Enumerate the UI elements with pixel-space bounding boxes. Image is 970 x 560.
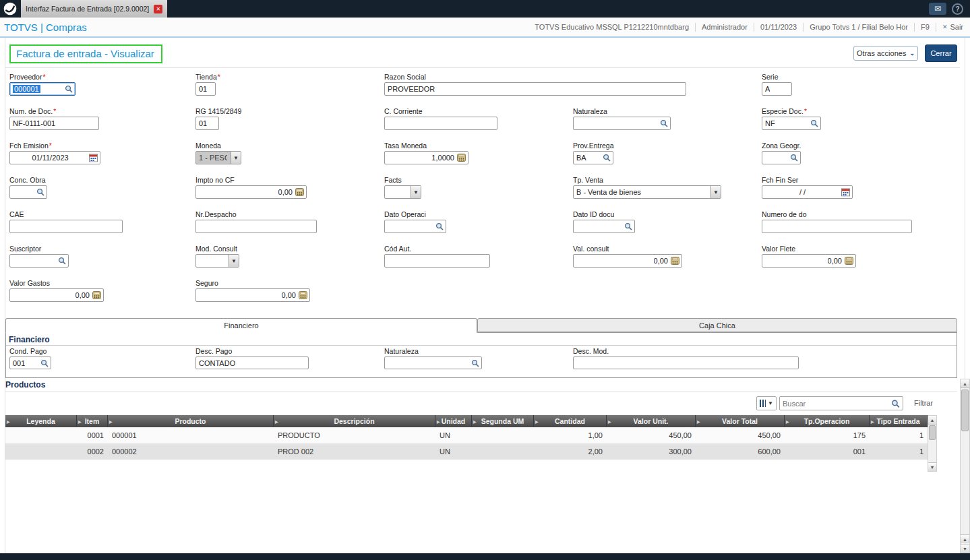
search-icon[interactable]	[810, 119, 818, 127]
serie-input[interactable]: A	[762, 82, 792, 96]
moneda-select[interactable]: 1 - PESC ▼	[195, 151, 241, 164]
tp-venta-select[interactable]: B - Venta de bienes ▼	[573, 185, 721, 199]
nr-despacho-input[interactable]	[195, 220, 317, 233]
search-icon[interactable]	[790, 154, 798, 162]
search-icon[interactable]	[36, 188, 44, 196]
numero-de-do-input[interactable]	[762, 220, 912, 233]
search-icon[interactable]	[435, 222, 444, 230]
fch-emision-input[interactable]: 01/11/2023	[9, 151, 100, 164]
table-row[interactable]: 0002 000002 PROD 002 UN 2,00 300,00 600,…	[5, 443, 928, 460]
exit-button[interactable]: Sair	[950, 23, 963, 31]
seguro-input[interactable]: 0,00	[195, 288, 310, 302]
tienda-input[interactable]: 01	[195, 82, 216, 96]
suscriptor-input[interactable]	[9, 254, 69, 268]
prov-entrega-input[interactable]: BA	[573, 151, 613, 164]
column-header-item[interactable]: ▶Item	[77, 415, 108, 427]
column-header-descripcion[interactable]: ▶Descripción	[274, 415, 435, 427]
calculator-icon[interactable]	[671, 257, 679, 265]
page-vertical-scrollbar[interactable]: ▲ ▲ ▼	[960, 379, 970, 553]
tab-close-icon[interactable]: ✕	[154, 5, 162, 13]
dropdown-arrow-icon[interactable]: ▼	[710, 186, 721, 198]
scrollbar-thumb[interactable]	[929, 425, 936, 440]
column-header-tp-operacion[interactable]: ▶Tp.Operacion	[785, 415, 870, 427]
dropdown-arrow-icon[interactable]: ▼	[231, 152, 241, 164]
calculator-icon[interactable]	[92, 291, 101, 299]
grid-columns-button[interactable]: ▼	[756, 396, 777, 410]
grid-search-input[interactable]	[783, 398, 888, 409]
tab-financiero[interactable]: Financiero	[5, 318, 477, 333]
column-header-tipo-entrada[interactable]: ▶Tipo Entrada	[870, 415, 928, 427]
scrollbar-thumb[interactable]	[961, 390, 969, 431]
cell-tipo-entrada: 1	[870, 427, 928, 443]
calculator-icon[interactable]	[295, 188, 304, 196]
rg-input[interactable]: 01	[195, 117, 219, 130]
dato-id-docu-input[interactable]	[573, 220, 635, 233]
search-icon[interactable]	[40, 359, 49, 367]
especie-doc-input[interactable]: NF	[762, 117, 821, 130]
otras-acciones-button[interactable]: Otras acciones ⌄	[853, 46, 918, 61]
cerrar-button[interactable]: Cerrar	[925, 44, 957, 62]
val-consult-input[interactable]: 0,00	[573, 254, 682, 268]
cell-leyenda	[5, 427, 77, 443]
column-header-cantidad[interactable]: ▶Cantidad	[534, 415, 607, 427]
column-header-producto[interactable]: ▶Producto	[108, 415, 274, 427]
table-row[interactable]: 0001 000001 PRODUCTO UN 1,00 450,00 450,…	[5, 427, 928, 443]
scroll-up-icon[interactable]: ▲	[961, 534, 969, 543]
scroll-up-icon[interactable]: ▲	[961, 379, 969, 388]
mail-icon[interactable]: ✉	[929, 3, 946, 15]
search-icon[interactable]	[58, 257, 66, 265]
f9-shortcut[interactable]: F9	[921, 23, 930, 31]
window-tab[interactable]: Interfaz Factura de Entrada [02.9.0002] …	[21, 0, 167, 18]
c-corriente-input[interactable]	[384, 117, 497, 130]
calculator-icon[interactable]	[299, 291, 307, 299]
calculator-icon[interactable]	[845, 257, 853, 265]
impto-no-cf-input[interactable]: 0,00	[195, 185, 307, 199]
valor-gastos-input[interactable]: 0,00	[9, 288, 104, 302]
cod-aut-input[interactable]	[384, 254, 490, 268]
scroll-down-icon[interactable]: ▼	[961, 544, 969, 553]
search-icon[interactable]	[65, 85, 73, 93]
desc-mod-input[interactable]	[573, 356, 799, 369]
field-naturaleza: Naturaleza	[573, 107, 671, 130]
grid-vertical-scrollbar[interactable]: ▲ ▼	[928, 415, 937, 472]
column-header-segunda-um[interactable]: ▶Segunda UM	[472, 415, 534, 427]
search-icon[interactable]	[603, 154, 611, 162]
calendar-icon[interactable]	[89, 154, 98, 162]
num-doc-input[interactable]: NF-0111-001	[9, 117, 99, 130]
app-bar: TOTVS | Compras TOTVS Educativo MSSQL P1…	[0, 18, 970, 38]
calculator-icon[interactable]	[457, 154, 466, 162]
help-icon[interactable]: ?	[952, 3, 963, 15]
filtrar-link[interactable]: Filtrar	[914, 399, 933, 407]
fch-fin-ser-input[interactable]: / /	[762, 185, 853, 199]
naturaleza-input[interactable]	[573, 117, 671, 130]
cae-input[interactable]	[9, 220, 123, 233]
facts-select[interactable]: ▼	[384, 185, 421, 199]
dropdown-arrow-icon[interactable]: ▼	[229, 255, 239, 267]
divider	[914, 23, 915, 32]
tab-caja-chica[interactable]: Caja Chica	[477, 318, 957, 332]
search-icon[interactable]	[624, 222, 632, 230]
desc-pago-input[interactable]: CONTADO	[195, 356, 309, 369]
search-icon[interactable]	[660, 119, 668, 127]
tasa-moneda-input[interactable]: 1,0000	[384, 151, 468, 164]
razon-social-input[interactable]: PROVEEDOR	[384, 82, 686, 96]
search-icon[interactable]	[891, 399, 900, 408]
dato-operaci-input[interactable]	[384, 220, 446, 233]
zona-geogr-input[interactable]	[762, 151, 801, 164]
valor-flete-input[interactable]: 0,00	[762, 254, 856, 268]
cond-pago-input[interactable]: 001	[9, 356, 51, 369]
column-header-valor-unit[interactable]: ▶Valor Unit.	[607, 415, 696, 427]
conc-obra-input[interactable]	[9, 185, 47, 199]
calendar-icon[interactable]	[841, 188, 850, 197]
search-icon[interactable]	[471, 359, 479, 367]
scroll-down-icon[interactable]: ▼	[928, 462, 936, 471]
field-especie-doc: Especie Doc.* NF	[762, 107, 821, 130]
scroll-up-icon[interactable]: ▲	[928, 416, 936, 425]
column-header-leyenda[interactable]: ▶Leyenda	[5, 415, 77, 427]
naturaleza-financiero-input[interactable]	[384, 356, 482, 369]
proveedor-input[interactable]: 000001	[9, 82, 75, 96]
column-header-unidad[interactable]: ▶Unidad	[435, 415, 472, 427]
mod-consult-select[interactable]: ▼	[195, 254, 239, 268]
column-header-valor-total[interactable]: ▶Valor Total	[696, 415, 785, 427]
dropdown-arrow-icon[interactable]: ▼	[411, 186, 421, 198]
